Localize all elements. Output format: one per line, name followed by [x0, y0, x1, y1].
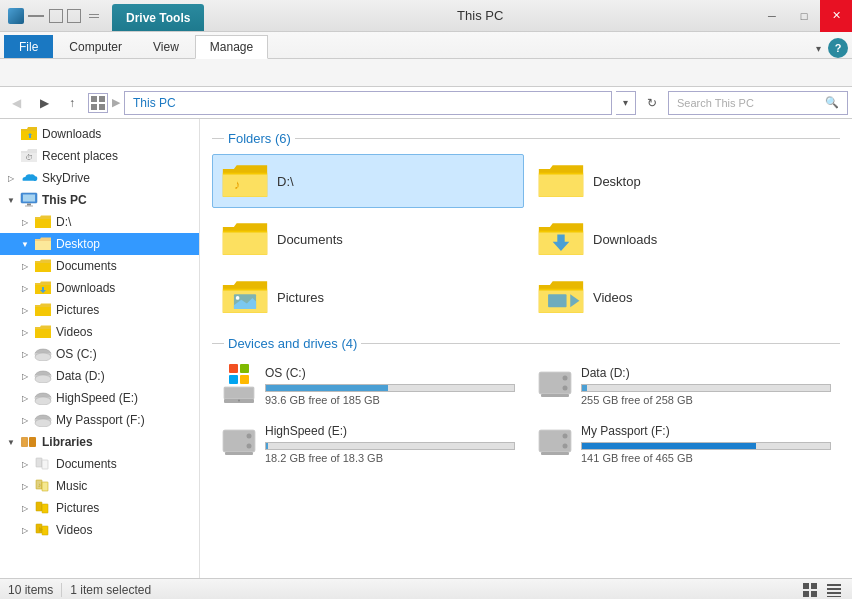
sidebar-label: Desktop — [56, 237, 195, 251]
sidebar-item-osc[interactable]: ▷ OS (C:) — [0, 343, 199, 365]
svg-rect-23 — [23, 438, 26, 446]
svg-text:♪: ♪ — [234, 177, 240, 192]
sidebar-item-lib-docs[interactable]: ▷ Documents — [0, 453, 199, 475]
up-button[interactable]: ↑ — [60, 91, 84, 115]
sidebar-item-documents[interactable]: ▷ Documents — [0, 255, 199, 277]
sidebar-item-desktop[interactable]: ▼ Desktop — [0, 233, 199, 255]
sidebar-item-videos[interactable]: ▷ Videos — [0, 321, 199, 343]
drive-item-highspeed[interactable]: HighSpeed (E:) 18.2 GB free of 18.3 GB — [212, 417, 524, 471]
sidebar-label: This PC — [42, 193, 195, 207]
drive-tools-tab[interactable]: Drive Tools — [112, 4, 204, 31]
expand-icon: ▼ — [4, 435, 18, 449]
expand-icon: ▷ — [18, 303, 32, 317]
sidebar-item-thispc[interactable]: ▼ This PC — [0, 189, 199, 211]
main-layout: Downloads ⏱ Recent places ▷ SkyDrive — [0, 119, 852, 578]
svg-point-20 — [35, 419, 51, 427]
lib-doc-icon — [34, 456, 52, 472]
folder-item-desktop[interactable]: Desktop — [528, 154, 840, 208]
folder-icon — [20, 126, 38, 142]
grid-view-button[interactable] — [800, 581, 820, 599]
drive-name: My Passport (F:) — [581, 424, 831, 438]
refresh-button[interactable]: ↻ — [640, 91, 664, 115]
sidebar-item-mypassport[interactable]: ▷ My Passport (F:) — [0, 409, 199, 431]
folder-label: Desktop — [593, 174, 641, 189]
folders-section-title: Folders (6) — [228, 131, 291, 146]
content-area: Folders (6) ♪ D:\ — [200, 119, 852, 578]
sidebar-item-lib-pics[interactable]: ▷ Pictures — [0, 497, 199, 519]
drives-section-title: Devices and drives (4) — [228, 336, 357, 351]
search-box[interactable]: Search This PC 🔍 — [668, 91, 848, 115]
close-button[interactable]: ✕ — [820, 0, 852, 32]
folder-documents-icon — [221, 219, 269, 259]
sidebar-label: Pictures — [56, 303, 195, 317]
drive-info-mypassport: My Passport (F:) 141 GB free of 465 GB — [581, 424, 831, 464]
drive-bar-bg — [265, 384, 515, 392]
tab-computer[interactable]: Computer — [54, 35, 137, 58]
folder-downloads-icon — [537, 219, 585, 259]
drive-icon — [34, 346, 52, 362]
sidebar-item-d[interactable]: ▷ D:\ — [0, 211, 199, 233]
svg-rect-32 — [42, 526, 48, 535]
tab-file[interactable]: File — [4, 35, 53, 58]
drive-item-datad[interactable]: Data (D:) 255 GB free of 258 GB — [528, 359, 840, 413]
drive-icon — [34, 368, 52, 384]
sidebar-item-pictures[interactable]: ▷ Pictures — [0, 299, 199, 321]
window-controls: ─ □ ✕ — [756, 0, 852, 31]
sidebar-item-highspeed[interactable]: ▷ HighSpeed (E:) — [0, 387, 199, 409]
list-view-button[interactable] — [824, 581, 844, 599]
path-separator: ▶ — [112, 96, 120, 109]
folder-item-documents[interactable]: Documents — [212, 212, 524, 266]
tab-manage[interactable]: Manage — [195, 35, 268, 59]
expand-icon: ▷ — [18, 479, 32, 493]
svg-point-42 — [238, 400, 240, 402]
svg-rect-37 — [548, 294, 566, 307]
sidebar-label: Downloads — [56, 281, 195, 295]
sidebar-label: Pictures — [56, 501, 195, 515]
svg-point-50 — [247, 434, 252, 439]
sidebar-label: Documents — [56, 259, 195, 273]
svg-rect-65 — [827, 596, 841, 597]
skydrive-icon — [20, 170, 38, 186]
sidebar-item-datad[interactable]: ▷ Data (D:) — [0, 365, 199, 387]
sidebar-item-libraries[interactable]: ▼ Libraries — [0, 431, 199, 453]
address-input[interactable]: This PC — [124, 91, 612, 115]
back-button[interactable]: ◀ — [4, 91, 28, 115]
minimize-button[interactable]: ─ — [756, 0, 788, 32]
folder-item-downloads[interactable]: Downloads — [528, 212, 840, 266]
drive-bar-fill — [582, 385, 587, 391]
svg-rect-2 — [91, 104, 97, 110]
sidebar-item-recent[interactable]: ⏱ Recent places — [0, 145, 199, 167]
svg-point-51 — [247, 444, 252, 449]
sidebar-label: Videos — [56, 325, 195, 339]
svg-rect-25 — [42, 460, 48, 469]
help-button[interactable]: ? — [828, 38, 848, 58]
sidebar-item-lib-music[interactable]: ▷ ♪ Music — [0, 475, 199, 497]
address-dropdown-button[interactable]: ▾ — [616, 91, 636, 115]
drive-item-osc[interactable]: OS (C:) 93.6 GB free of 185 GB — [212, 359, 524, 413]
sidebar-item-downloads2[interactable]: ▷ Downloads — [0, 277, 199, 299]
current-path: This PC — [133, 96, 176, 110]
tab-view[interactable]: View — [138, 35, 194, 58]
view-mode-button[interactable] — [88, 93, 108, 113]
expand-icon: ▷ — [18, 259, 32, 273]
svg-rect-27 — [42, 482, 48, 491]
maximize-button[interactable]: □ — [788, 0, 820, 32]
forward-button[interactable]: ▶ — [32, 91, 56, 115]
drive-item-mypassport[interactable]: My Passport (F:) 141 GB free of 465 GB — [528, 417, 840, 471]
drive-free: 255 GB free of 258 GB — [581, 394, 831, 406]
ribbon-chevron[interactable]: ▾ — [808, 38, 828, 58]
folder-item-videos[interactable]: Videos — [528, 270, 840, 324]
folder-item-d[interactable]: ♪ D:\ — [212, 154, 524, 208]
folder-recent-icon: ⏱ — [20, 148, 38, 164]
sidebar-label: Videos — [56, 523, 195, 537]
sidebar-item-lib-videos[interactable]: ▷ Videos — [0, 519, 199, 541]
folder-item-pictures[interactable]: Pictures — [212, 270, 524, 324]
sidebar-item-skydrive[interactable]: ▷ SkyDrive — [0, 167, 199, 189]
drive-name: OS (C:) — [265, 366, 515, 380]
sidebar-item-downloads[interactable]: Downloads — [0, 123, 199, 145]
svg-rect-63 — [827, 588, 841, 590]
drive-bar-bg — [581, 442, 831, 450]
lib-music-icon: ♪ — [34, 478, 52, 494]
folder-label: Downloads — [593, 232, 657, 247]
title-bar: Drive Tools This PC ─ □ ✕ — [0, 0, 852, 32]
